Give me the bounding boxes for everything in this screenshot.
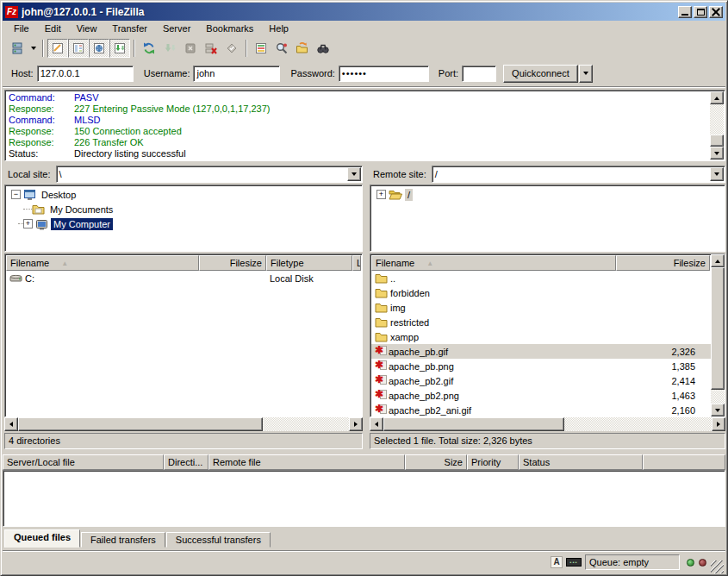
- remote-site-dropdown-button[interactable]: [710, 167, 724, 181]
- process-queue-icon: [163, 41, 177, 55]
- file-row[interactable]: ✱apache_pb.png 1,385: [371, 359, 724, 373]
- column-header-filename[interactable]: Filename▲: [6, 255, 199, 271]
- tab-queued-files[interactable]: Queued files: [4, 529, 80, 548]
- maximize-button[interactable]: [694, 6, 707, 18]
- tree-item-root[interactable]: + /: [371, 187, 724, 202]
- scrollbar-thumb[interactable]: [383, 417, 564, 431]
- scroll-right-button[interactable]: [349, 417, 363, 431]
- toggle-remote-tree-button[interactable]: [89, 39, 109, 58]
- disconnect-button[interactable]: [201, 39, 221, 58]
- column-header-status[interactable]: Status: [519, 454, 643, 470]
- scrollbar-thumb[interactable]: [711, 267, 725, 390]
- scroll-down-button[interactable]: [710, 147, 724, 160]
- synchronized-browsing-button[interactable]: [292, 39, 313, 58]
- remote-site-value: /: [432, 166, 709, 182]
- file-row[interactable]: ✱apache_pb2.gif 2,414: [371, 373, 724, 388]
- scroll-left-button[interactable]: [4, 417, 18, 431]
- find-files-button[interactable]: [313, 39, 333, 58]
- toggle-message-log-button[interactable]: [47, 39, 68, 58]
- scroll-up-button[interactable]: [711, 254, 725, 267]
- log-line: Response:227 Entering Passive Mode (127,…: [9, 103, 707, 115]
- scrollbar-track[interactable]: [18, 417, 349, 431]
- file-row[interactable]: img: [371, 300, 724, 315]
- directory-listing-filters-button[interactable]: [251, 39, 271, 58]
- username-input[interactable]: john: [193, 66, 280, 82]
- resize-grip-icon[interactable]: [711, 560, 724, 573]
- remote-vertical-scrollbar[interactable]: [711, 254, 725, 416]
- file-row[interactable]: ✱apache_pb2_ani.gif 2,160: [371, 403, 724, 417]
- quickconnect-button[interactable]: Quickconnect: [503, 65, 578, 83]
- local-site-dropdown-button[interactable]: [347, 167, 361, 181]
- menu-help[interactable]: Help: [261, 22, 296, 35]
- tab-failed-transfers[interactable]: Failed transfers: [81, 532, 165, 548]
- file-row-selected[interactable]: ✱apache_pb.gif 2,326: [371, 344, 724, 359]
- site-manager-dropdown-button[interactable]: [28, 39, 39, 58]
- data-type-indicator-icon[interactable]: A: [551, 556, 563, 568]
- minimize-button[interactable]: [678, 6, 692, 18]
- host-input[interactable]: 127.0.0.1: [37, 66, 134, 82]
- menu-edit[interactable]: Edit: [37, 22, 69, 35]
- column-header-server-local-file[interactable]: Server/Local file: [3, 454, 164, 470]
- menu-view[interactable]: View: [69, 22, 105, 35]
- remote-tree: + /: [370, 185, 725, 252]
- password-input[interactable]: ••••••: [339, 66, 429, 82]
- toggle-transfer-queue-button[interactable]: [109, 39, 130, 58]
- column-header-filesize[interactable]: Filesize: [616, 255, 710, 271]
- app-icon: Fz: [5, 6, 18, 18]
- tab-successful-transfers[interactable]: Successful transfers: [166, 532, 271, 548]
- process-queue-button[interactable]: [159, 39, 180, 58]
- column-header-remote-file[interactable]: Remote file: [208, 454, 405, 470]
- close-button[interactable]: [709, 6, 723, 18]
- menu-bookmarks[interactable]: Bookmarks: [198, 22, 261, 35]
- drive-icon: [9, 272, 22, 284]
- remote-site-combobox[interactable]: /: [432, 166, 725, 183]
- quickconnect-dropdown-button[interactable]: [579, 65, 593, 83]
- local-site-combobox[interactable]: \: [56, 166, 363, 183]
- column-header-size[interactable]: Size: [405, 454, 467, 470]
- scroll-up-button[interactable]: [710, 91, 724, 104]
- column-header-last-modified[interactable]: L: [352, 255, 361, 271]
- column-header-direction[interactable]: Directi...: [164, 454, 208, 470]
- log-vertical-scrollbar[interactable]: [710, 91, 724, 160]
- file-row[interactable]: forbidden: [371, 285, 724, 300]
- collapse-icon[interactable]: −: [11, 190, 21, 199]
- file-row[interactable]: xampp: [371, 329, 724, 344]
- scroll-left-button[interactable]: [370, 417, 383, 431]
- tree-item-my-documents[interactable]: My Documents: [6, 202, 361, 216]
- arrow-right-icon: [717, 422, 720, 427]
- tree-item-desktop[interactable]: − Desktop: [6, 187, 361, 202]
- remote-list-header: Filename▲ Filesize: [371, 255, 710, 271]
- expand-icon[interactable]: +: [376, 190, 386, 199]
- scrollbar-thumb[interactable]: [710, 135, 724, 147]
- cancel-operation-button[interactable]: [180, 39, 201, 58]
- file-row[interactable]: ✱apache_pb2.png 1,463: [371, 388, 724, 403]
- port-input[interactable]: [462, 66, 496, 82]
- remote-horizontal-scrollbar[interactable]: [370, 417, 725, 431]
- local-site-label: Local site:: [4, 169, 56, 179]
- scrollbar-track[interactable]: [711, 267, 725, 404]
- column-header-filesize[interactable]: Filesize: [199, 255, 266, 271]
- reconnect-button[interactable]: [221, 39, 242, 58]
- expand-icon[interactable]: +: [23, 219, 33, 229]
- file-row-c-drive[interactable]: C: Local Disk: [6, 271, 361, 285]
- toggle-local-tree-button[interactable]: [68, 39, 89, 58]
- directory-comparison-button[interactable]: [271, 39, 292, 58]
- site-manager-button[interactable]: [7, 39, 28, 58]
- scrollbar-thumb[interactable]: [18, 417, 263, 431]
- scroll-down-button[interactable]: [711, 404, 725, 416]
- refresh-button[interactable]: [139, 39, 159, 58]
- menu-server[interactable]: Server: [155, 22, 198, 35]
- column-header-filetype[interactable]: Filetype: [266, 255, 352, 271]
- file-row[interactable]: restricted: [371, 315, 724, 329]
- local-horizontal-scrollbar[interactable]: [4, 417, 363, 431]
- scrollbar-track[interactable]: [383, 417, 712, 431]
- tree-item-my-computer[interactable]: + My Computer: [6, 216, 361, 231]
- menu-file[interactable]: File: [6, 22, 37, 35]
- file-row[interactable]: ..: [371, 271, 724, 285]
- column-header-filename[interactable]: Filename▲: [371, 255, 616, 271]
- column-header-priority[interactable]: Priority: [467, 454, 519, 470]
- scroll-right-button[interactable]: [712, 417, 725, 431]
- menu-transfer[interactable]: Transfer: [104, 22, 155, 35]
- scrollbar-track[interactable]: [710, 104, 724, 147]
- encryption-indicator-icon[interactable]: •••: [566, 558, 582, 567]
